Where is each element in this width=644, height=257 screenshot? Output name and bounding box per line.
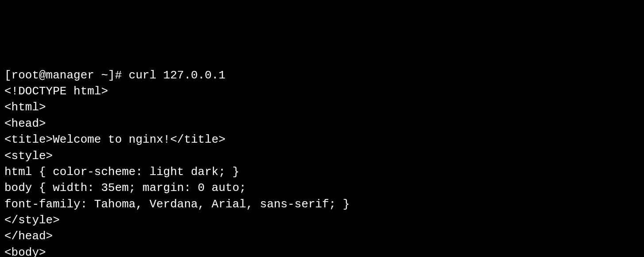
- output-line: </style>: [4, 212, 640, 228]
- shell-command: curl 127.0.0.1: [129, 69, 225, 82]
- output-line: body { width: 35em; margin: 0 auto;: [4, 180, 640, 196]
- command-line[interactable]: [root@manager ~]# curl 127.0.0.1: [4, 67, 640, 83]
- output-line: html { color-scheme: light dark; }: [4, 164, 640, 180]
- output-line: font-family: Tahoma, Verdana, Arial, san…: [4, 196, 640, 212]
- output-line: <!DOCTYPE html>: [4, 83, 640, 99]
- output-line: <title>Welcome to nginx!</title>: [4, 132, 640, 148]
- output-line: </head>: [4, 228, 640, 244]
- shell-prompt: [root@manager ~]#: [4, 69, 129, 82]
- output-line: <head>: [4, 116, 640, 132]
- output-line: <body>: [4, 245, 640, 257]
- output-line: <html>: [4, 99, 640, 115]
- output-line: <style>: [4, 148, 640, 164]
